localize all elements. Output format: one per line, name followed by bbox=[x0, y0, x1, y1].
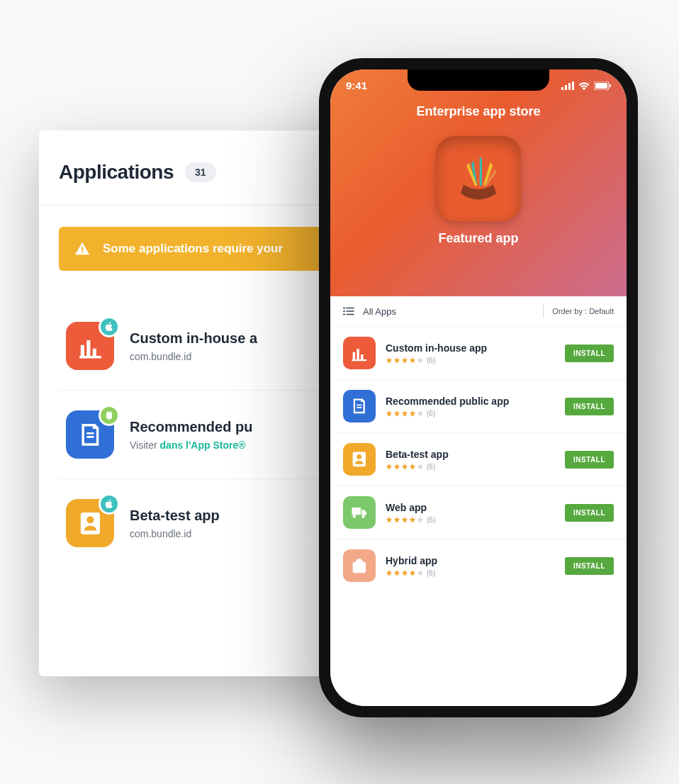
android-badge-icon bbox=[99, 405, 120, 426]
apple-badge-icon bbox=[99, 316, 120, 337]
status-icons bbox=[561, 82, 611, 90]
app-icon-wrap bbox=[66, 499, 114, 547]
app-icon-wrap bbox=[66, 322, 114, 370]
app-count-badge: 31 bbox=[185, 162, 216, 182]
apple-badge-icon bbox=[99, 493, 120, 515]
list-menu-icon[interactable] bbox=[343, 307, 354, 315]
app-name: Recommended public app bbox=[386, 396, 555, 407]
phone-mockup: 9:41 Enterprise app store bbox=[319, 58, 638, 717]
featured-app[interactable]: Featured app bbox=[346, 136, 611, 246]
warning-icon bbox=[74, 241, 90, 257]
app-icon bbox=[343, 549, 376, 582]
install-button[interactable]: INSTALL bbox=[565, 557, 614, 575]
app-icon bbox=[343, 496, 376, 529]
svg-rect-0 bbox=[561, 87, 563, 90]
app-rating: (6) bbox=[386, 569, 555, 577]
app-list: Custom in-house app (6) bbox=[330, 327, 627, 706]
divider bbox=[543, 305, 544, 318]
svg-rect-3 bbox=[572, 82, 574, 90]
install-button[interactable]: INSTALL bbox=[565, 398, 614, 415]
app-store-link[interactable]: dans l'App Store® bbox=[160, 439, 246, 451]
app-icon-wrap bbox=[66, 410, 114, 459]
app-icon bbox=[343, 337, 376, 369]
app-name: Web app bbox=[386, 502, 555, 513]
svg-rect-5 bbox=[595, 83, 607, 89]
app-rating: (6) bbox=[386, 463, 555, 471]
app-icon bbox=[343, 443, 376, 476]
wifi-icon bbox=[578, 82, 590, 90]
page-title: Applications bbox=[59, 161, 174, 184]
app-rating: (6) bbox=[386, 516, 555, 524]
featured-app-icon bbox=[436, 136, 521, 221]
rating-count: (6) bbox=[427, 569, 435, 577]
app-name: Hybrid app bbox=[386, 555, 555, 566]
svg-point-11 bbox=[344, 314, 344, 315]
app-row[interactable]: Custom in-house app (6) bbox=[330, 327, 627, 380]
rating-count: (6) bbox=[427, 463, 435, 471]
banner-text: Some applications require your bbox=[103, 242, 283, 256]
svg-rect-2 bbox=[568, 83, 571, 90]
app-rating: (6) bbox=[386, 410, 555, 418]
app-row[interactable]: Recommended public app (6) bbox=[330, 380, 627, 433]
app-row[interactable]: Hybrid app (6) INSTALL bbox=[330, 539, 627, 592]
store-hero: 9:41 Enterprise app store bbox=[330, 69, 627, 296]
app-icon bbox=[343, 390, 376, 422]
install-button[interactable]: INSTALL bbox=[565, 345, 614, 362]
rating-count: (6) bbox=[427, 410, 435, 418]
filter-label[interactable]: All Apps bbox=[363, 306, 396, 317]
app-name: Custom in-house app bbox=[386, 342, 555, 354]
app-row[interactable]: Web app (6) INSTALL bbox=[330, 486, 627, 539]
store-title: Enterprise app store bbox=[346, 104, 611, 119]
svg-point-9 bbox=[344, 311, 344, 312]
status-time: 9:41 bbox=[346, 79, 367, 91]
app-name: Beta-test app bbox=[386, 449, 555, 460]
phone-notch bbox=[408, 69, 549, 91]
phone-screen: 9:41 Enterprise app store bbox=[330, 69, 627, 706]
svg-rect-6 bbox=[610, 84, 611, 87]
install-button[interactable]: INSTALL bbox=[565, 451, 614, 469]
app-rating: (6) bbox=[386, 357, 555, 364]
app-row[interactable]: Beta-test app (6) INSTAL bbox=[330, 433, 627, 486]
svg-rect-1 bbox=[565, 85, 567, 90]
filter-bar: All Apps Order by : Default bbox=[330, 296, 627, 327]
install-button[interactable]: INSTALL bbox=[565, 504, 614, 522]
battery-icon bbox=[594, 82, 611, 90]
rating-count: (6) bbox=[427, 357, 435, 364]
svg-point-7 bbox=[344, 308, 344, 308]
order-by-button[interactable]: Order by : Default bbox=[552, 307, 614, 315]
featured-app-label: Featured app bbox=[438, 231, 518, 246]
cellular-icon bbox=[561, 82, 574, 90]
rating-count: (6) bbox=[427, 516, 435, 524]
